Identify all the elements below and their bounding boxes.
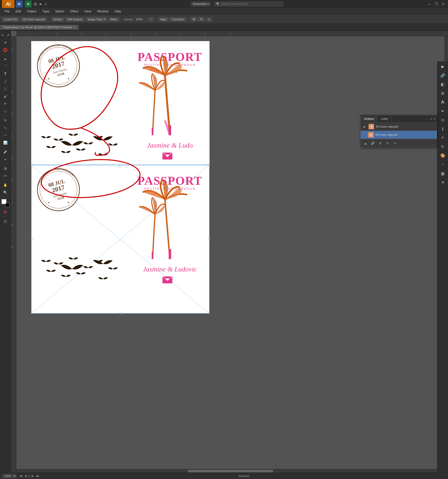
prev-page-button[interactable]: ◀ [24, 474, 28, 478]
last-page-button[interactable]: ▶| [35, 474, 40, 478]
transform-options[interactable]: ⊞ [190, 17, 197, 22]
pen-tool[interactable]: ✒ [2, 56, 9, 63]
type-tool[interactable]: T [2, 71, 9, 78]
menu-select[interactable]: Select [53, 9, 67, 14]
tab-close-icon[interactable]: ✕ [74, 26, 76, 28]
rect-tool[interactable]: □ [2, 85, 9, 92]
view-options[interactable]: ⊟ [198, 17, 205, 22]
right-tool-align2[interactable]: ≡ [439, 134, 447, 142]
panel-footer: ☁ 🔗 ⬆ ↻ ✏ [361, 139, 437, 147]
right-tool-layers[interactable]: ◧ [439, 80, 447, 88]
status-mode-text: Selection [238, 475, 249, 478]
h-scroll-thumb[interactable] [188, 470, 273, 472]
curvature-tool[interactable]: ⌒ [2, 63, 9, 70]
minimize-button[interactable]: — [427, 1, 432, 7]
panel-expand-icon[interactable]: » [430, 117, 432, 121]
change-screen-mode[interactable]: ◫ [2, 218, 9, 225]
links-row-2[interactable]: 🖼 00 Cover copy.pdf [361, 131, 437, 139]
workspace-icon[interactable]: ⊞ [34, 2, 37, 6]
zoom-control[interactable]: 100% 50% 200% [2, 474, 17, 478]
links-thumbnail-2: 🖼 [368, 132, 373, 137]
right-tool-gradient[interactable]: ▦ [439, 169, 447, 177]
canvas-scroll-area[interactable]: • THE FRIENDLY ISLAND • PARADISE • 08 JU… [16, 36, 445, 469]
shaper-tool[interactable]: ◇ [2, 108, 9, 115]
hand-tool[interactable]: ✋ [2, 182, 9, 188]
line-tool[interactable]: ╱ [2, 78, 9, 85]
right-tool-properties[interactable]: ℹ [439, 125, 447, 133]
menu-view[interactable]: View [82, 9, 94, 14]
right-tool-color[interactable]: 🎨 [439, 152, 447, 160]
right-tool-type[interactable]: A [439, 98, 447, 106]
right-tool-sun[interactable]: ☀ [439, 178, 447, 186]
next-page-button[interactable]: ▶ [30, 474, 35, 478]
bridge-icon[interactable]: Br [16, 0, 23, 7]
right-tool-stroke[interactable]: ○ [439, 160, 447, 168]
right-tool-link[interactable]: 🔗 [439, 71, 447, 79]
panel-footer-btn-4[interactable]: ↻ [385, 140, 390, 146]
color-swatches[interactable] [1, 199, 9, 207]
align-button[interactable]: Align [158, 17, 168, 22]
menu-window[interactable]: Window [95, 9, 111, 14]
rotate-tool[interactable]: ↻ [2, 117, 9, 124]
nav-icon[interactable]: ➤ [39, 2, 42, 6]
actions-tab[interactable]: Actions [361, 116, 377, 122]
artboard-tool[interactable]: ⊞ [2, 165, 9, 172]
zoom-select[interactable]: 100% 50% 200% [2, 474, 17, 478]
right-tool-pen[interactable]: ✒ [439, 107, 447, 115]
none-color[interactable]: ⊘ [2, 209, 9, 215]
cursor-icon[interactable]: ⊹ [44, 2, 47, 6]
close-button[interactable]: ✕ [441, 1, 446, 7]
transform-button[interactable]: Transform [169, 17, 186, 22]
opacity-arrow[interactable]: › [148, 17, 154, 22]
slice-tool[interactable]: ✂ [2, 172, 9, 179]
menu-effect[interactable]: Effect [68, 9, 81, 14]
panel-options[interactable]: ≡ [206, 17, 212, 22]
selection-tool[interactable]: ↖ [0, 32, 5, 39]
zoom-tool[interactable]: 🔍 [2, 189, 9, 196]
stock-icon[interactable]: St [25, 0, 32, 7]
right-tool-artboards[interactable]: ⊞ [439, 89, 447, 97]
links-tab[interactable]: Links [377, 116, 392, 122]
paintbrush-tool[interactable]: 🖌 [2, 93, 9, 100]
direct-selection-tool[interactable]: ↗ [5, 32, 10, 39]
svg-text:PASSPORT: PASSPORT [137, 174, 202, 187]
status-bar: 100% 50% 200% |◀ ◀ 1 ▶ ▶| Selection [0, 473, 448, 479]
maximize-button[interactable]: ❐ [434, 1, 439, 7]
edit-original-button[interactable]: Edit Original [65, 17, 85, 22]
right-tool-play[interactable]: ▶ [439, 62, 447, 70]
panel-footer-btn-5[interactable]: ✏ [392, 140, 398, 146]
warp-tool[interactable]: 〰 [2, 132, 9, 139]
scale-tool[interactable]: ⤡ [2, 124, 9, 131]
menu-help[interactable]: Help [112, 9, 124, 14]
image-trace-button[interactable]: Image Trace ▾ [85, 17, 107, 22]
eyedropper-tool[interactable]: 💉 [2, 148, 9, 155]
search-bar[interactable]: 🔍 [214, 1, 283, 6]
document-tab[interactable]: *Duplicating 2-Up File.ai* @ 100% (CMYK/… [0, 25, 79, 30]
right-tool-transform2[interactable]: ↻ [439, 143, 447, 151]
background-color[interactable] [5, 203, 9, 207]
lasso-tool[interactable]: ⭕ [2, 47, 9, 53]
panel-arrow-icon[interactable]: ▶ [363, 124, 367, 129]
panel-footer-btn-1[interactable]: ☁ [363, 140, 368, 146]
right-tool-appearance[interactable]: ⊙ [439, 116, 447, 124]
magic-wand-tool[interactable]: ✦ [2, 39, 9, 46]
menu-object[interactable]: Object [25, 9, 39, 14]
mask-button[interactable]: Mask [108, 17, 119, 22]
menu-edit[interactable]: Edit [13, 9, 24, 14]
menu-file[interactable]: File [2, 9, 12, 14]
pencil-tool[interactable]: ✏ [2, 100, 9, 107]
embed-button[interactable]: Embed [51, 17, 64, 22]
essentials-button[interactable]: Essentials ▾ [191, 1, 211, 6]
svg-text:★: ★ [67, 77, 70, 80]
graph-tool[interactable]: 📊 [2, 139, 9, 146]
first-page-button[interactable]: |◀ [19, 474, 23, 478]
opacity-input[interactable] [134, 17, 147, 21]
menu-type[interactable]: Type [40, 9, 52, 14]
horizontal-scrollbar[interactable] [16, 469, 445, 473]
links-row-1[interactable]: ▶ 🖼 00 Cover copy.pdf [361, 123, 437, 131]
panel-footer-btn-3[interactable]: ⬆ [377, 140, 383, 146]
blend-tool[interactable]: ∞ [2, 156, 9, 163]
panel-menu-icon[interactable]: ≡ [434, 117, 435, 121]
search-input[interactable] [221, 2, 278, 6]
panel-footer-btn-2[interactable]: 🔗 [370, 140, 375, 146]
